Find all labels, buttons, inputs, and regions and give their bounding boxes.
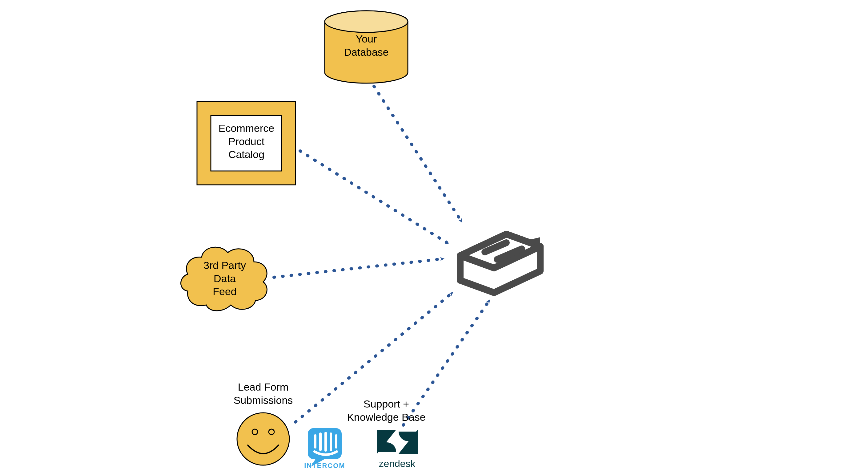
svg-point-3 [325, 11, 408, 32]
feed-label: 3rd Party Data Feed [195, 259, 254, 298]
support-label: Support + Knowledge Base [333, 398, 440, 423]
arrow-database [374, 86, 462, 222]
intercom-icon [308, 428, 342, 467]
intercom-label: INTERCOM [300, 462, 349, 470]
svg-point-6 [237, 413, 289, 465]
zendesk-label: zendesk [369, 458, 425, 470]
catalog-label: Ecommerce Product Catalog [213, 122, 279, 161]
database-label: Your Database [339, 32, 394, 59]
leads-label: Lead Form Submissions [212, 380, 314, 407]
arrow-feed [274, 259, 443, 277]
zendesk-icon [377, 430, 418, 454]
leads-node [237, 413, 289, 465]
target-platform-icon [460, 234, 540, 293]
